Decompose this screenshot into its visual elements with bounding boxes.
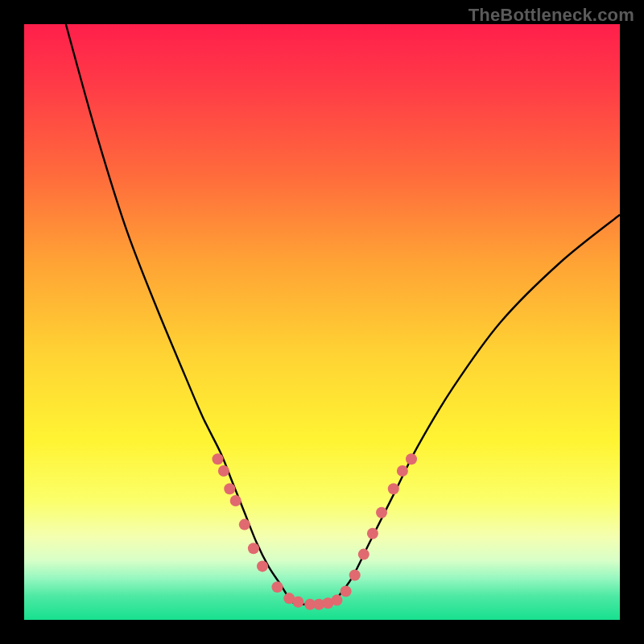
chart-svg xyxy=(24,24,620,620)
data-marker xyxy=(358,549,369,560)
data-marker xyxy=(224,483,235,494)
bottleneck-curve xyxy=(66,24,620,605)
data-marker xyxy=(292,597,303,608)
data-marker xyxy=(341,585,352,597)
curve-layer xyxy=(66,24,620,605)
data-marker xyxy=(332,595,343,606)
data-marker xyxy=(239,519,250,530)
data-marker xyxy=(213,453,224,464)
data-marker xyxy=(406,453,417,464)
data-marker xyxy=(272,581,283,592)
data-marker xyxy=(388,483,399,494)
data-marker xyxy=(230,495,242,506)
data-marker xyxy=(376,507,387,518)
data-marker xyxy=(397,465,408,477)
chart-plot-area xyxy=(24,24,620,620)
watermark-text: TheBottleneck.com xyxy=(469,5,634,26)
data-marker xyxy=(257,560,268,572)
data-marker xyxy=(367,528,378,539)
data-marker xyxy=(218,465,229,477)
data-marker xyxy=(248,543,259,554)
data-marker xyxy=(349,570,361,581)
marker-layer xyxy=(213,453,418,610)
chart-frame: TheBottleneck.com xyxy=(0,0,644,644)
